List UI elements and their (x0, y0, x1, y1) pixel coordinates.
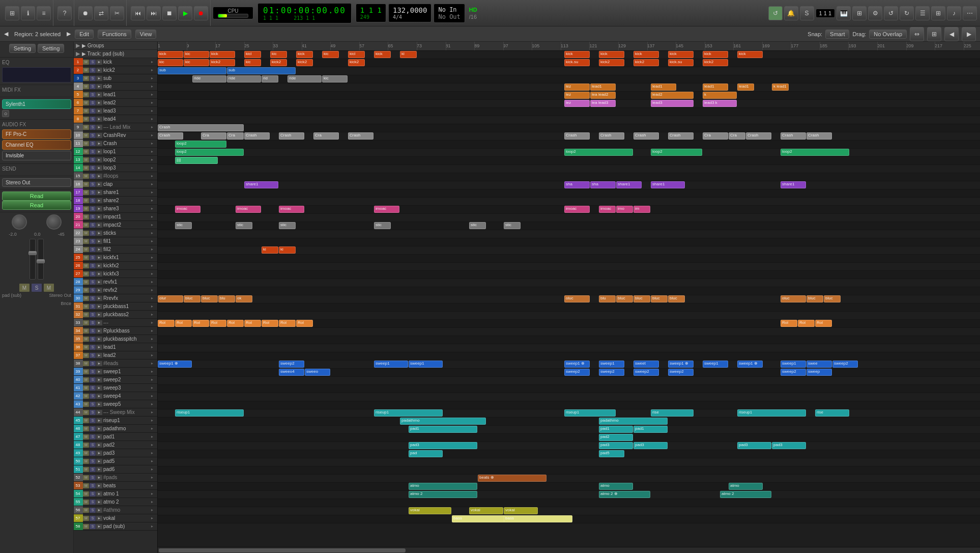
arm-btn[interactable]: ► (96, 174, 102, 179)
track-row-10[interactable]: 10MS►CrashRev▸ (74, 131, 157, 140)
track-row-26[interactable]: 26MS►kickfx2▸ (74, 262, 157, 270)
arm-btn[interactable]: ► (96, 459, 102, 464)
clip-113[interactable]: Rol (244, 320, 261, 327)
mixer-btn[interactable]: ⏺ (78, 6, 93, 20)
clip-38[interactable]: lead1 (703, 84, 728, 91)
mute-btn[interactable]: M (83, 434, 89, 439)
clip-146[interactable]: rise (815, 409, 849, 417)
arm-btn[interactable]: ► (96, 361, 102, 366)
drag-toggle[interactable]: ⊞ (927, 27, 941, 41)
tempo-display[interactable]: 132,0000 4/4 (388, 4, 431, 22)
solo-btn[interactable]: S (90, 157, 96, 162)
track-row-53[interactable]: 53MS►beats▸ (74, 482, 157, 490)
arm-btn[interactable]: ► (96, 190, 102, 195)
arm-btn[interactable]: ► (96, 467, 102, 472)
mute-btn[interactable]: M (83, 483, 89, 488)
channel-eq-plugin[interactable]: Channel EQ (2, 140, 71, 150)
track-row-41[interactable]: 41MS►sweep3▸ (74, 384, 157, 392)
mute-btn[interactable]: M (83, 410, 89, 415)
arm-btn[interactable]: ► (96, 157, 102, 162)
clip-35[interactable]: lez (564, 84, 590, 91)
browser-btn[interactable]: ⊞ (931, 6, 945, 20)
clip-22[interactable]: kick2 (348, 59, 365, 66)
solo-btn[interactable]: S (90, 394, 96, 399)
clip-17[interactable]: kic (184, 59, 209, 66)
mute-btn[interactable]: M (83, 247, 89, 252)
clip-19[interactable]: kic (244, 59, 261, 66)
clip-75[interactable]: share1 (616, 181, 642, 188)
clip-118[interactable]: Rol (798, 320, 815, 327)
clip-119[interactable]: Rol (815, 320, 832, 327)
clip-86[interactable]: stic (175, 222, 192, 229)
clip-6[interactable]: kic (322, 51, 339, 58)
mute-btn[interactable]: M (83, 385, 89, 391)
track-row-24[interactable]: 24MS►fill2▸ (74, 245, 157, 254)
mute-btn[interactable]: M (83, 320, 89, 325)
stereo-out-display[interactable]: Stereo Out (2, 178, 71, 187)
arm-btn[interactable]: ► (96, 239, 102, 244)
mute-btn[interactable]: M (83, 60, 89, 65)
mute-btn[interactable]: M (83, 206, 89, 211)
clip-101[interactable]: bluc (616, 295, 633, 302)
clip-149[interactable]: pad1 (409, 426, 477, 433)
clip-108[interactable]: Rol (158, 320, 175, 327)
mute-btn[interactable]: M (83, 190, 89, 195)
track-row-46[interactable]: 46MS►padathmo▸ (74, 425, 157, 433)
clip-106[interactable]: bluc (806, 295, 823, 302)
track-row-25[interactable]: 25MS►kickfx1▸ (74, 254, 157, 262)
mute-btn[interactable]: M (83, 328, 89, 334)
arm-btn[interactable]: ► (96, 337, 102, 342)
arm-btn[interactable]: ► (96, 296, 102, 301)
clip-145[interactable]: riseup1 (737, 409, 806, 417)
clip-88[interactable]: stic (279, 222, 296, 229)
list-btn[interactable]: ≡ (37, 6, 51, 20)
arm-btn[interactable]: ► (96, 125, 102, 130)
track-row-29[interactable]: 29MS►revfx2▸ (74, 286, 157, 294)
solo-btn[interactable]: S (90, 231, 96, 236)
solo-btn[interactable]: S (90, 369, 96, 374)
read-btn[interactable]: Read (2, 191, 71, 201)
solo-btn[interactable]: S (90, 491, 96, 496)
solo-btn[interactable]: S (90, 239, 96, 244)
clip-23[interactable]: kick.su (564, 59, 590, 66)
mute-btn[interactable]: M (83, 84, 89, 89)
clip-85[interactable]: im (633, 206, 650, 213)
arm-btn[interactable]: ► (96, 117, 102, 122)
arm-btn[interactable]: ► (96, 304, 102, 309)
track-row-57[interactable]: 57MS►vokal▸ (74, 514, 157, 522)
clip-68[interactable]: loop2 (564, 149, 633, 156)
solo-btn[interactable]: S (90, 68, 96, 73)
mute-btn[interactable]: M (83, 345, 89, 350)
groups-row[interactable]: ▶ ▶ Groups (74, 42, 157, 50)
solo-btn[interactable]: S (90, 345, 96, 350)
arm-btn[interactable]: ► (96, 263, 102, 268)
arm-btn[interactable]: ► (96, 76, 102, 81)
snap-toggle[interactable]: ⇔ (910, 27, 924, 41)
info-btn[interactable]: ℹ (21, 6, 35, 20)
clip-136[interactable]: sweep2 (599, 369, 624, 376)
clip-51[interactable]: Cra (201, 132, 226, 140)
clip-148[interactable]: padathmo (599, 418, 668, 425)
solo-btn[interactable]: S (90, 84, 96, 89)
clip-157[interactable]: pad3 (772, 442, 806, 449)
track-row-35[interactable]: 35MS►pluckbasspitch▸ (74, 335, 157, 343)
solo-btn[interactable]: S (90, 174, 96, 179)
clip-112[interactable]: Rol (227, 320, 244, 327)
solo-btn[interactable]: S (90, 337, 96, 342)
clip-96[interactable]: bluc (201, 295, 218, 302)
mute-btn[interactable]: M (83, 475, 89, 480)
track-row-49[interactable]: 49MS►pad3▸ (74, 449, 157, 457)
clip-162[interactable]: atmo (599, 483, 633, 490)
nudge-left[interactable]: ◀ (944, 27, 959, 41)
mute-btn[interactable]: M (83, 402, 89, 407)
arm-btn[interactable]: ► (96, 410, 102, 415)
clip-14[interactable]: kick (703, 51, 728, 58)
track-row-45[interactable]: 45MS►riseup1▸ (74, 417, 157, 425)
mute-btn[interactable]: M (83, 239, 89, 244)
solo-btn[interactable]: S (90, 117, 96, 122)
clip-44[interactable]: k (703, 92, 737, 99)
mixer-btn2[interactable]: ⊞ (852, 6, 867, 20)
arm-btn[interactable]: ► (96, 68, 102, 73)
settings-btn[interactable]: ⚙ (868, 6, 882, 20)
track-row-18[interactable]: 18MS►share2▸ (74, 197, 157, 205)
